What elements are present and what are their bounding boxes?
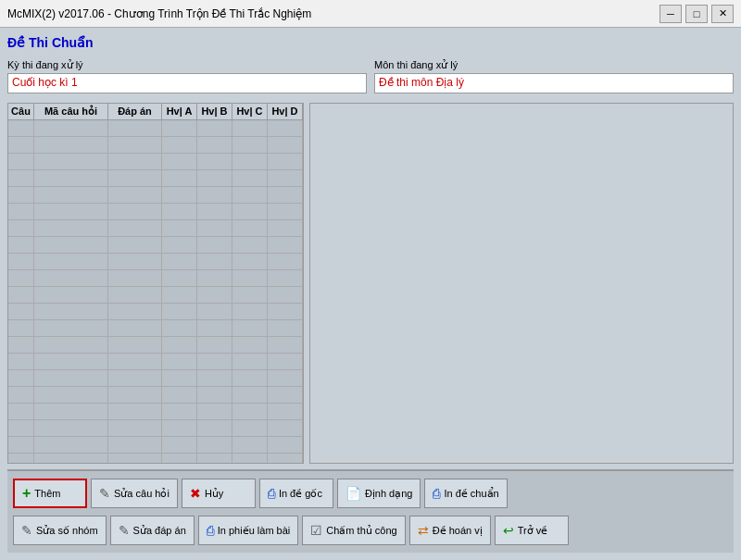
table-cell [108,337,162,354]
content-area: CâuMã câu hỏiĐáp ánHv| AHv| BHv| CHv| D [7,103,734,464]
table-cell [268,304,303,320]
table-cell [197,404,232,420]
them-button[interactable]: +Thêm [13,479,87,508]
table-cell [197,137,232,154]
table-cell [34,337,108,354]
tro-ve-icon: ↩ [503,523,514,538]
table-cell [197,170,232,187]
maximize-button[interactable]: □ [685,5,708,23]
table-cell [108,220,162,237]
table-cell [8,254,34,270]
table-cell [34,354,108,370]
in-de-goc-icon: ⎙ [268,486,275,501]
ky-thi-value: Cuối học kì 1 [7,73,367,93]
table-row [8,137,303,154]
sua-cau-hoi-button[interactable]: ✎Sửa câu hỏi [91,479,178,508]
huy-button[interactable]: ✖Hủy [182,479,256,508]
section-title: Đề Thi Chuẩn [7,35,734,50]
table-cell [197,287,232,304]
table-row [8,387,303,404]
table-cell [34,320,108,337]
table-cell [197,420,232,437]
table-cell [232,337,268,354]
table-cell [34,137,108,154]
table-cell [232,354,268,370]
window-body: Đề Thi Chuẩn Kỳ thi đang xử lý Cuối học … [0,28,741,560]
sua-so-nhom-button[interactable]: ✎Sửa số nhóm [13,516,107,545]
table-cell [268,354,303,370]
table-cell [8,170,34,187]
table-cell [162,387,197,404]
right-panel [309,103,734,464]
table-cell [162,254,197,270]
in-de-goc-label: In đề gốc [279,488,322,500]
table-cell [232,170,268,187]
table-cell [232,154,268,170]
de-hoan-vi-icon: ⇄ [418,523,429,538]
dinh-dang-button[interactable]: 📄Định dạng [337,479,421,508]
table-header-cell: Hv| D [268,104,303,119]
table-cell [232,187,268,204]
table-cell [197,187,232,204]
table-cell [108,237,162,254]
table-row [8,254,303,270]
in-phieu-lam-bai-icon: ⎙ [207,523,214,538]
table-cell [34,287,108,304]
table-cell [197,254,232,270]
table-cell [197,370,232,387]
table-row [8,287,303,304]
in-phieu-lam-bai-button[interactable]: ⎙In phiếu làm bài [198,516,299,545]
in-de-goc-button[interactable]: ⎙In đề gốc [259,479,333,508]
close-button[interactable]: ✕ [711,5,734,23]
sua-dap-an-button[interactable]: ✎Sửa đáp án [110,516,195,545]
table-header-cell: Đáp án [108,104,162,119]
de-hoan-vi-button[interactable]: ⇄Đề hoán vị [409,516,491,545]
table-cell [108,270,162,287]
table-cell [162,454,197,463]
table-row [8,304,303,320]
sua-cau-hoi-label: Sửa câu hỏi [114,488,170,500]
minimize-button[interactable]: ─ [659,5,682,23]
table-cell [232,454,268,463]
cham-thu-cong-button[interactable]: ☑Chấm thủ công [302,516,405,545]
tro-ve-button[interactable]: ↩Trở về [495,516,569,545]
mon-thi-value: Đề thi môn Địa lý [374,73,734,93]
in-phieu-lam-bai-label: In phiếu làm bài [218,525,291,537]
table-cell [8,454,34,463]
table-cell [268,320,303,337]
cham-thu-cong-icon: ☑ [310,523,322,538]
table-cell [232,404,268,420]
table-cell [108,154,162,170]
in-de-chuan-button[interactable]: ⎙In đề chuẩn [424,479,507,508]
table-cell [34,404,108,420]
table-cell [232,220,268,237]
them-icon: + [22,485,31,502]
table-cell [108,354,162,370]
table-cell [34,237,108,254]
mon-thi-group: Môn thi đang xử lý Đề thi môn Địa lý [374,59,734,93]
table-cell [8,420,34,437]
table-cell [197,304,232,320]
table-cell [162,137,197,154]
table-cell [197,204,232,220]
table-cell [232,287,268,304]
toolbar-row-1: +Thêm✎Sửa câu hỏi✖Hủy⎙In đề gốc📄Định dạn… [13,479,728,508]
table-cell [268,137,303,154]
table-cell [108,304,162,320]
table-cell [8,287,34,304]
table-row [8,154,303,170]
table-cell [108,404,162,420]
table-cell [8,120,34,137]
table-row [8,404,303,420]
table-cell [197,320,232,337]
table-cell [232,204,268,220]
table-row [8,337,303,354]
table-cell [162,337,197,354]
table-cell [232,320,268,337]
table-cell [108,254,162,270]
table-row [8,454,303,463]
table-cell [268,254,303,270]
title-bar-controls: ─ □ ✕ [659,5,734,23]
table-row [8,237,303,254]
table-header-cell: Hv| B [197,104,232,119]
